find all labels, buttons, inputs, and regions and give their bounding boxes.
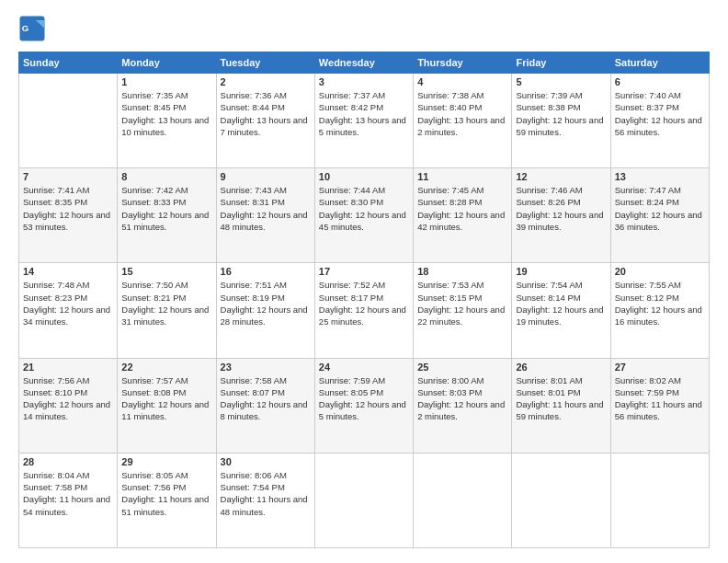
calendar-header-sunday: Sunday <box>19 52 118 74</box>
calendar-header-wednesday: Wednesday <box>314 52 413 74</box>
day-info: Sunrise: 7:53 AMSunset: 8:15 PMDaylight:… <box>417 279 507 327</box>
calendar-header-saturday: Saturday <box>610 52 709 74</box>
day-info: Sunrise: 7:58 AMSunset: 8:07 PMDaylight:… <box>221 374 311 423</box>
calendar-cell: 29Sunrise: 8:05 AMSunset: 7:56 PMDayligh… <box>118 453 216 547</box>
day-number: 14 <box>23 266 113 277</box>
calendar-header-friday: Friday <box>512 52 610 74</box>
day-number: 3 <box>319 76 409 87</box>
calendar-header-row: SundayMondayTuesdayWednesdayThursdayFrid… <box>19 52 710 74</box>
day-info: Sunrise: 7:55 AMSunset: 8:12 PMDaylight:… <box>615 279 705 327</box>
day-number: 8 <box>121 171 211 182</box>
day-number: 22 <box>121 362 211 373</box>
day-info: Sunrise: 7:40 AMSunset: 8:37 PMDaylight:… <box>615 89 705 138</box>
day-info: Sunrise: 8:05 AMSunset: 7:56 PMDaylight:… <box>121 469 211 518</box>
day-info: Sunrise: 7:41 AMSunset: 8:35 PMDaylight:… <box>23 184 113 233</box>
day-number: 26 <box>516 362 606 373</box>
calendar-cell: 4Sunrise: 7:38 AMSunset: 8:40 PMDaylight… <box>414 74 512 168</box>
calendar-cell: 17Sunrise: 7:52 AMSunset: 8:17 PMDayligh… <box>314 263 413 358</box>
svg-text:G: G <box>22 23 29 33</box>
day-info: Sunrise: 7:43 AMSunset: 8:31 PMDaylight:… <box>221 184 311 233</box>
calendar-week-1: 1Sunrise: 7:35 AMSunset: 8:45 PMDaylight… <box>19 74 710 168</box>
day-number: 23 <box>221 362 311 373</box>
calendar-cell: 23Sunrise: 7:58 AMSunset: 8:07 PMDayligh… <box>216 358 314 453</box>
calendar-cell: 24Sunrise: 7:59 AMSunset: 8:05 PMDayligh… <box>314 358 413 453</box>
day-info: Sunrise: 7:57 AMSunset: 8:08 PMDaylight:… <box>121 374 211 423</box>
logo-icon: G <box>18 15 46 42</box>
day-info: Sunrise: 7:35 AMSunset: 8:45 PMDaylight:… <box>121 89 211 138</box>
day-number: 7 <box>23 171 113 182</box>
calendar-cell: 10Sunrise: 7:44 AMSunset: 8:30 PMDayligh… <box>314 168 413 263</box>
calendar-cell: 18Sunrise: 7:53 AMSunset: 8:15 PMDayligh… <box>414 263 512 358</box>
calendar-cell: 11Sunrise: 7:45 AMSunset: 8:28 PMDayligh… <box>414 168 512 263</box>
day-info: Sunrise: 7:52 AMSunset: 8:17 PMDaylight:… <box>319 279 409 327</box>
day-number: 2 <box>221 76 311 87</box>
day-info: Sunrise: 7:59 AMSunset: 8:05 PMDaylight:… <box>319 374 409 423</box>
calendar-cell: 12Sunrise: 7:46 AMSunset: 8:26 PMDayligh… <box>512 168 610 263</box>
day-info: Sunrise: 8:04 AMSunset: 7:58 PMDaylight:… <box>23 469 113 518</box>
calendar-cell: 3Sunrise: 7:37 AMSunset: 8:42 PMDaylight… <box>314 74 413 168</box>
calendar-cell: 27Sunrise: 8:02 AMSunset: 7:59 PMDayligh… <box>610 358 709 453</box>
day-number: 12 <box>516 171 606 182</box>
calendar-week-5: 28Sunrise: 8:04 AMSunset: 7:58 PMDayligh… <box>19 453 710 547</box>
calendar-cell: 1Sunrise: 7:35 AMSunset: 8:45 PMDaylight… <box>118 74 216 168</box>
day-number: 4 <box>417 76 507 87</box>
day-number: 20 <box>615 266 705 277</box>
day-info: Sunrise: 7:56 AMSunset: 8:10 PMDaylight:… <box>23 374 113 423</box>
calendar-cell: 30Sunrise: 8:06 AMSunset: 7:54 PMDayligh… <box>216 453 314 547</box>
calendar-cell: 6Sunrise: 7:40 AMSunset: 8:37 PMDaylight… <box>610 74 709 168</box>
calendar-cell: 28Sunrise: 8:04 AMSunset: 7:58 PMDayligh… <box>19 453 118 547</box>
calendar-cell: 21Sunrise: 7:56 AMSunset: 8:10 PMDayligh… <box>19 358 118 453</box>
day-number: 5 <box>516 76 606 87</box>
day-number: 13 <box>615 171 705 182</box>
calendar-week-2: 7Sunrise: 7:41 AMSunset: 8:35 PMDaylight… <box>19 168 710 263</box>
day-number: 19 <box>516 266 606 277</box>
day-number: 11 <box>417 171 507 182</box>
calendar-cell: 26Sunrise: 8:01 AMSunset: 8:01 PMDayligh… <box>512 358 610 453</box>
calendar-cell <box>314 453 413 547</box>
calendar-header-monday: Monday <box>118 52 216 74</box>
day-info: Sunrise: 7:45 AMSunset: 8:28 PMDaylight:… <box>417 184 507 233</box>
calendar-table: SundayMondayTuesdayWednesdayThursdayFrid… <box>18 52 710 548</box>
calendar-cell: 7Sunrise: 7:41 AMSunset: 8:35 PMDaylight… <box>19 168 118 263</box>
day-number: 15 <box>121 266 211 277</box>
day-info: Sunrise: 8:02 AMSunset: 7:59 PMDaylight:… <box>615 374 705 423</box>
day-number: 21 <box>23 362 113 373</box>
day-info: Sunrise: 7:54 AMSunset: 8:14 PMDaylight:… <box>516 279 606 327</box>
calendar-cell: 5Sunrise: 7:39 AMSunset: 8:38 PMDaylight… <box>512 74 610 168</box>
day-info: Sunrise: 7:46 AMSunset: 8:26 PMDaylight:… <box>516 184 606 233</box>
day-number: 1 <box>121 76 211 87</box>
day-number: 10 <box>319 171 409 182</box>
day-number: 25 <box>417 362 507 373</box>
calendar-cell: 2Sunrise: 7:36 AMSunset: 8:44 PMDaylight… <box>216 74 314 168</box>
day-number: 28 <box>23 456 113 467</box>
day-number: 9 <box>221 171 311 182</box>
day-info: Sunrise: 7:50 AMSunset: 8:21 PMDaylight:… <box>121 279 211 327</box>
calendar-week-4: 21Sunrise: 7:56 AMSunset: 8:10 PMDayligh… <box>19 358 710 453</box>
day-number: 17 <box>319 266 409 277</box>
day-info: Sunrise: 7:51 AMSunset: 8:19 PMDaylight:… <box>221 279 311 327</box>
day-number: 6 <box>615 76 705 87</box>
day-number: 24 <box>319 362 409 373</box>
calendar-week-3: 14Sunrise: 7:48 AMSunset: 8:23 PMDayligh… <box>19 263 710 358</box>
calendar-cell: 13Sunrise: 7:47 AMSunset: 8:24 PMDayligh… <box>610 168 709 263</box>
day-number: 16 <box>221 266 311 277</box>
page: G SundayMondayTuesdayWednesdayThursdayFr… <box>0 0 728 563</box>
day-info: Sunrise: 7:36 AMSunset: 8:44 PMDaylight:… <box>221 89 311 138</box>
calendar-header-thursday: Thursday <box>414 52 512 74</box>
calendar-cell: 15Sunrise: 7:50 AMSunset: 8:21 PMDayligh… <box>118 263 216 358</box>
day-number: 27 <box>615 362 705 373</box>
calendar-cell: 25Sunrise: 8:00 AMSunset: 8:03 PMDayligh… <box>414 358 512 453</box>
day-info: Sunrise: 7:47 AMSunset: 8:24 PMDaylight:… <box>615 184 705 233</box>
calendar-cell <box>19 74 118 168</box>
header: G <box>18 15 710 42</box>
day-number: 30 <box>221 456 311 467</box>
day-info: Sunrise: 7:44 AMSunset: 8:30 PMDaylight:… <box>319 184 409 233</box>
day-info: Sunrise: 8:06 AMSunset: 7:54 PMDaylight:… <box>221 469 311 518</box>
day-info: Sunrise: 7:39 AMSunset: 8:38 PMDaylight:… <box>516 89 606 138</box>
day-info: Sunrise: 7:38 AMSunset: 8:40 PMDaylight:… <box>417 89 507 138</box>
calendar-cell <box>414 453 512 547</box>
calendar-cell <box>512 453 610 547</box>
calendar-cell <box>610 453 709 547</box>
calendar-cell: 9Sunrise: 7:43 AMSunset: 8:31 PMDaylight… <box>216 168 314 263</box>
calendar-cell: 16Sunrise: 7:51 AMSunset: 8:19 PMDayligh… <box>216 263 314 358</box>
